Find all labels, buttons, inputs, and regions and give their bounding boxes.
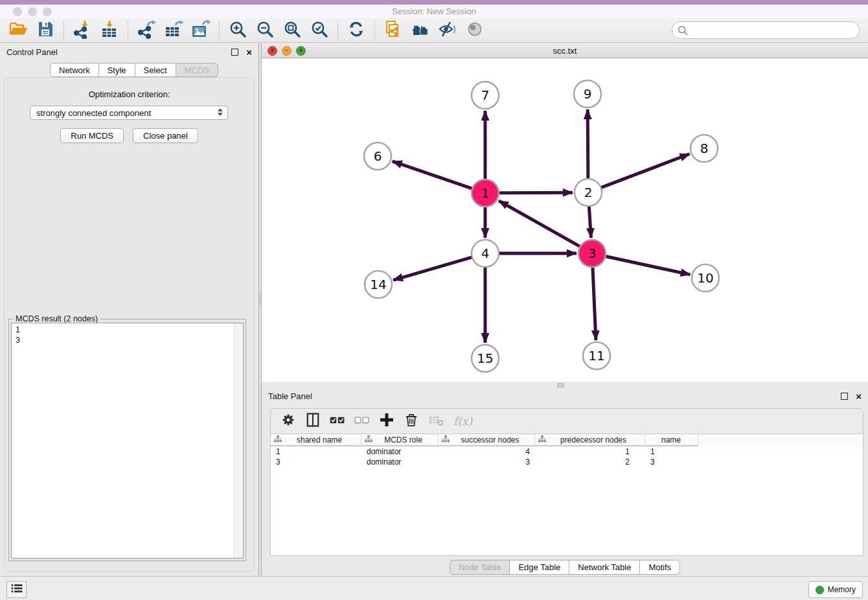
- show-columns-button[interactable]: [303, 411, 323, 431]
- graph-edge-2-8[interactable]: [601, 154, 690, 188]
- zoom-selected-button[interactable]: [310, 21, 329, 40]
- cell-name[interactable]: 1: [645, 447, 698, 456]
- open-session-button[interactable]: [8, 21, 28, 40]
- select-all-button[interactable]: [328, 411, 347, 431]
- cell-predecessor-nodes[interactable]: 1: [535, 447, 645, 456]
- eye-slash-icon: [438, 19, 457, 41]
- hide-button[interactable]: [438, 21, 457, 40]
- tab-select[interactable]: Select: [135, 63, 176, 77]
- apply-layout-button[interactable]: [347, 21, 366, 40]
- graph-node-label: 10: [697, 270, 713, 286]
- graph-edge-3-11[interactable]: [593, 267, 596, 340]
- float-panel-icon[interactable]: [231, 49, 238, 56]
- graph-edge-3-1[interactable]: [499, 201, 580, 247]
- graph-edge-1-2[interactable]: [499, 192, 573, 193]
- graph-edge-4-14[interactable]: [393, 257, 472, 280]
- open-folder-icon: [8, 19, 28, 41]
- zoom-fit-button[interactable]: [282, 21, 302, 40]
- graph-edge-2-9[interactable]: [588, 110, 588, 179]
- horizontal-splitter[interactable]: [262, 382, 868, 387]
- close-panel-icon[interactable]: ×: [856, 391, 862, 401]
- table-toolbar: f(x): [271, 409, 863, 433]
- network-canvas[interactable]: 1234678910111415: [262, 58, 868, 382]
- result-line: 3: [16, 335, 239, 345]
- table-settings-button[interactable]: [279, 411, 298, 431]
- tab-edge-table[interactable]: Edge Table: [510, 560, 569, 575]
- graph-edge-1-6[interactable]: [393, 161, 472, 189]
- cell-name[interactable]: 3: [645, 457, 698, 467]
- trash-icon: [403, 411, 420, 431]
- float-panel-icon[interactable]: [841, 393, 848, 400]
- search-input[interactable]: [689, 23, 859, 38]
- result-scrollbar[interactable]: [234, 323, 243, 558]
- column-label: successor nodes: [450, 435, 534, 444]
- memory-button[interactable]: Memory: [808, 581, 863, 598]
- zoom-out-button[interactable]: [255, 21, 275, 40]
- mcds-panel: Optimization criterion: strongly connect…: [4, 77, 255, 572]
- graph-edge-2-3[interactable]: [589, 206, 591, 238]
- toolbar-separator: [219, 21, 220, 40]
- table-tabs: Node Table Edge Table Network Table Moti…: [262, 560, 868, 575]
- deselect-all-button[interactable]: [352, 411, 372, 431]
- cell-shared-name[interactable]: 1: [271, 447, 361, 456]
- columns-icon: [304, 411, 321, 431]
- network-title: scc.txt: [262, 46, 868, 56]
- clone-network-button[interactable]: [383, 21, 403, 40]
- tab-network[interactable]: Network: [50, 63, 99, 77]
- zoom-in-button[interactable]: [228, 21, 247, 40]
- import-table-button[interactable]: [100, 21, 119, 40]
- network-graph[interactable]: 1234678910111415: [262, 58, 868, 382]
- cell-predecessor-nodes[interactable]: 2: [535, 457, 645, 467]
- graph-node-label: 3: [588, 246, 597, 261]
- tab-node-table[interactable]: Node Table: [450, 560, 510, 575]
- cell-shared-name[interactable]: 3: [271, 457, 361, 467]
- graph-node-label: 11: [588, 348, 604, 363]
- tab-motifs[interactable]: Motifs: [640, 560, 680, 575]
- cell-successor-nodes[interactable]: 4: [439, 447, 535, 456]
- tab-network-table[interactable]: Network Table: [569, 560, 640, 575]
- table-row[interactable]: 1 dominator 4 1 1: [271, 446, 863, 457]
- table-row[interactable]: 3 dominator 3 2 3: [271, 457, 863, 467]
- eye-disabled-icon: [465, 19, 485, 41]
- cell-successor-nodes[interactable]: 3: [439, 457, 535, 467]
- import-network-icon: [73, 19, 92, 41]
- column-header-shared-name[interactable]: shared name: [271, 434, 361, 446]
- status-bar: Memory: [0, 576, 868, 600]
- graph-edge-3-10[interactable]: [606, 256, 691, 274]
- cell-mcds-role[interactable]: dominator: [361, 447, 439, 456]
- graph-node-label: 7: [481, 87, 490, 103]
- column-header-predecessor-nodes[interactable]: predecessor nodes: [535, 434, 645, 446]
- export-image-icon: [191, 19, 211, 41]
- tab-mcds[interactable]: MCDS: [176, 63, 218, 77]
- close-panel-icon[interactable]: ×: [246, 47, 252, 57]
- splitter-grip[interactable]: [557, 383, 564, 387]
- column-header-successor-nodes[interactable]: successor nodes: [439, 434, 535, 446]
- task-history-button[interactable]: [6, 581, 27, 598]
- graph-node-label: 1: [481, 185, 490, 201]
- run-mcds-button[interactable]: Run MCDS: [60, 128, 124, 143]
- show-button[interactable]: [465, 21, 485, 40]
- column-header-name[interactable]: name: [645, 434, 698, 446]
- add-column-button[interactable]: [377, 411, 396, 431]
- delete-column-button[interactable]: [402, 411, 421, 431]
- function-builder-button: f(x): [453, 415, 472, 428]
- export-image-button[interactable]: [191, 21, 211, 40]
- splitter-grip[interactable]: [259, 294, 261, 305]
- export-table-button[interactable]: [164, 21, 183, 40]
- save-session-button[interactable]: [36, 21, 55, 40]
- export-table-icon: [164, 19, 183, 41]
- home-button[interactable]: [411, 21, 430, 40]
- export-network-button[interactable]: [137, 21, 156, 40]
- mcds-result-text[interactable]: 1 3: [11, 323, 244, 559]
- column-header-mcds-role[interactable]: MCDS role: [361, 434, 439, 446]
- import-network-button[interactable]: [73, 21, 92, 40]
- network-window: × − + scc.txt 1234678910111415: [262, 43, 868, 382]
- main-toolbar: [0, 18, 868, 43]
- cell-mcds-role[interactable]: dominator: [361, 457, 439, 467]
- tree-icon: [365, 435, 372, 444]
- zoom-fit-icon: [282, 19, 302, 41]
- optimization-select[interactable]: strongly connected component: [30, 106, 228, 120]
- close-panel-button[interactable]: Close panel: [133, 128, 198, 143]
- tab-style[interactable]: Style: [99, 63, 135, 77]
- tree-icon: [442, 435, 450, 444]
